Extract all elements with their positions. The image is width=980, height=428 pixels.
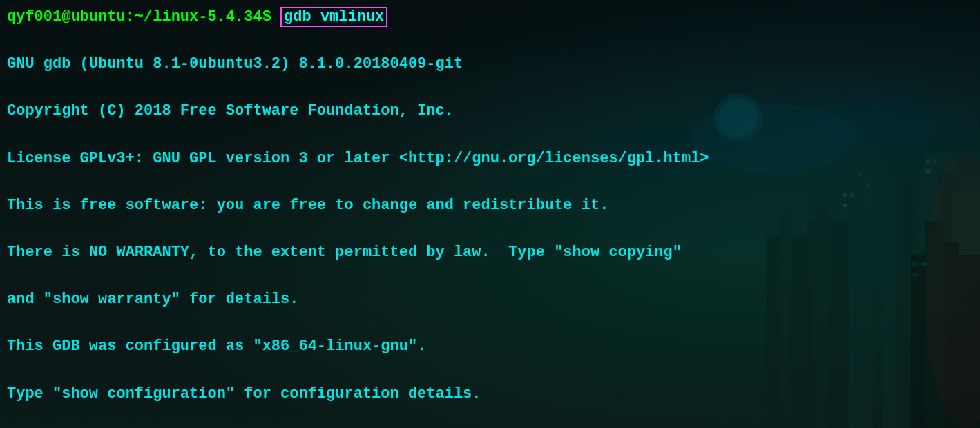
output-line-6: and "show warranty" for details. bbox=[7, 288, 973, 311]
output-line-5: There is NO WARRANTY, to the extent perm… bbox=[7, 241, 973, 264]
prompt-user: qyf001@ubuntu:~/linux-5.4.34$ bbox=[7, 8, 280, 26]
output-line-4: This is free software: you are free to c… bbox=[7, 194, 973, 217]
output-line-8: Type "show configuration" for configurat… bbox=[7, 382, 973, 406]
output-line-1: GNU gdb (Ubuntu 8.1-0ubuntu3.2) 8.1.0.20… bbox=[7, 52, 973, 76]
command-highlight: gdb vmlinux bbox=[280, 7, 387, 27]
prompt-line: qyf001@ubuntu:~/linux-5.4.34$ gdb vmlinu… bbox=[7, 6, 973, 29]
output-line-3: License GPLv3+: GNU GPL version 3 or lat… bbox=[7, 147, 973, 171]
terminal-content: qyf001@ubuntu:~/linux-5.4.34$ gdb vmlinu… bbox=[0, 0, 980, 428]
output-line-7: This GDB was configured as "x86_64-linux… bbox=[7, 335, 973, 358]
output-line-2: Copyright (C) 2018 Free Software Foundat… bbox=[7, 99, 973, 123]
